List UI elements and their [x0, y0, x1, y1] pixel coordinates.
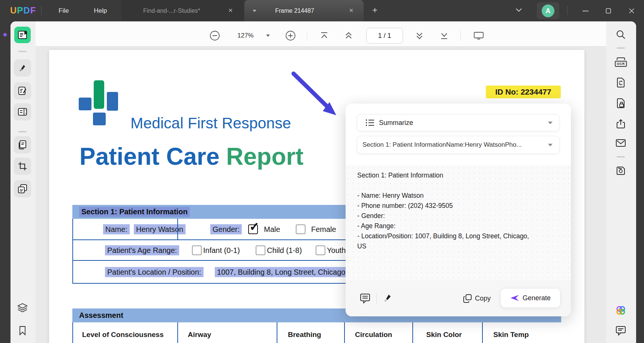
- first-page-button[interactable]: [320, 32, 329, 40]
- double-chevron-up-icon: [344, 31, 353, 40]
- sidebar-item-organize-pages[interactable]: [14, 136, 31, 153]
- tab-frame-214487[interactable]: Frame 214487 ✕: [244, 0, 364, 21]
- ai-flower-icon: [615, 305, 626, 316]
- sidebar-item-watermark[interactable]: [14, 180, 31, 197]
- edit-note-icon: [18, 86, 27, 96]
- checkbox-label-child: Child (1-8): [267, 246, 302, 254]
- tab-dropdown-caret-icon[interactable]: [253, 10, 256, 12]
- column-header: Skin Temp: [493, 331, 529, 339]
- medical-logo-blue-right: [107, 92, 118, 111]
- section1-header: Section 1: Patient Information: [79, 207, 190, 217]
- column-header: Skin Color: [426, 331, 462, 339]
- logo-letter: D: [23, 5, 30, 16]
- sidebar-divider: [18, 51, 27, 52]
- checkbox-youth[interactable]: [316, 245, 325, 255]
- zoom-level-value[interactable]: 127%: [237, 32, 253, 39]
- assessment-header: Assessment: [79, 311, 123, 320]
- sidebar-item-bookmark[interactable]: [18, 326, 27, 335]
- cell-divider: [482, 322, 483, 343]
- convert-button[interactable]: [616, 77, 626, 88]
- protect-button[interactable]: [616, 98, 626, 108]
- checkbox-female[interactable]: [296, 224, 306, 234]
- ocr-button[interactable]: OCR: [615, 57, 627, 67]
- share-button[interactable]: [616, 119, 626, 129]
- pages-icon: [18, 140, 27, 150]
- sidebar-item-layers[interactable]: [17, 303, 28, 313]
- highlighter-icon: [18, 63, 27, 73]
- highlighter-icon: [382, 293, 393, 304]
- zoom-out-button[interactable]: [210, 30, 220, 41]
- collapse-toolbar-chevron-icon[interactable]: [515, 8, 522, 12]
- checkbox-label-infant: Infant (0-1): [203, 246, 240, 254]
- summary-line: - Location/Position: 1007, Building 8, L…: [357, 231, 562, 241]
- cell-divider: [177, 219, 178, 239]
- tab-close-icon[interactable]: ✕: [226, 6, 235, 15]
- ai-source-select[interactable]: Section 1: Patient InformationName:Henry…: [357, 136, 560, 154]
- title-green-part: Report: [226, 143, 303, 170]
- sidebar-item-comment[interactable]: [14, 59, 31, 77]
- ai-summary-content: Section 1: Patient Information - Name: H…: [346, 165, 571, 280]
- feedback-button[interactable]: [616, 326, 626, 335]
- name-label: Name:: [103, 224, 130, 234]
- presentation-mode-button[interactable]: [473, 31, 484, 40]
- gender-label: Gender:: [210, 224, 242, 234]
- zoom-in-button[interactable]: [285, 30, 296, 41]
- share-icon: [616, 119, 626, 129]
- bookmark-icon: [18, 326, 27, 335]
- logo-letter: P: [17, 5, 23, 16]
- ai-assistant-button[interactable]: [615, 305, 626, 316]
- generate-button[interactable]: Generate: [500, 288, 560, 308]
- column-header: Breathing: [288, 331, 321, 339]
- presentation-icon: [473, 31, 484, 40]
- ai-popup-footer: Copy Generate: [346, 280, 571, 316]
- menu-file[interactable]: File: [52, 0, 75, 21]
- account-button[interactable]: A: [537, 2, 559, 19]
- add-comment-button[interactable]: [360, 293, 370, 304]
- tab-close-icon[interactable]: ✕: [347, 6, 355, 15]
- maximize-button[interactable]: [602, 5, 615, 17]
- zoom-in-icon: [285, 30, 296, 41]
- medical-logo-blue-bottom: [93, 113, 106, 125]
- sidebar-item-form[interactable]: [14, 103, 31, 120]
- zoom-dropdown-caret-icon[interactable]: [266, 35, 270, 37]
- page-indicator-input[interactable]: 1 / 1: [366, 28, 403, 44]
- sidebar-item-reader-active[interactable]: [14, 27, 31, 43]
- double-chevron-down-icon: [415, 31, 424, 40]
- notification-dot: [3, 33, 7, 36]
- sidebar-item-edit[interactable]: [14, 82, 31, 99]
- logo-letter: F: [30, 5, 36, 16]
- chevron-down-icon: [548, 144, 553, 146]
- checkbox-male[interactable]: ✓: [248, 224, 258, 234]
- mail-button[interactable]: [616, 139, 626, 147]
- toolbar-divider: [307, 31, 307, 41]
- age-range-label: Patient's Age Range:: [105, 245, 179, 255]
- tab-find-and-studies[interactable]: Find-and-...r-Studies* ✕: [121, 0, 244, 21]
- cell-divider: [277, 322, 277, 343]
- checkbox-infant[interactable]: [192, 245, 202, 255]
- previous-page-button[interactable]: [344, 31, 353, 40]
- generate-label: Generate: [523, 294, 551, 302]
- next-page-button[interactable]: [415, 31, 424, 40]
- minimize-button[interactable]: [579, 5, 592, 17]
- summary-line: - Phone number: (202) 432-9505: [357, 201, 562, 211]
- highlight-button[interactable]: [382, 293, 393, 304]
- titlebar-divider: [41, 6, 42, 15]
- close-window-button[interactable]: [625, 5, 638, 17]
- titlebar-divider: [567, 6, 568, 15]
- last-page-button[interactable]: [440, 32, 449, 40]
- sidebar-item-crop[interactable]: [14, 158, 31, 175]
- ai-mode-select[interactable]: Summarize: [357, 114, 560, 131]
- column-header: Level of Consciousness: [82, 331, 164, 339]
- copy-button[interactable]: Copy: [463, 294, 491, 303]
- sidebar-divider: [617, 156, 625, 158]
- checkbox-child[interactable]: [256, 245, 265, 255]
- search-button[interactable]: [616, 30, 626, 39]
- new-tab-button[interactable]: +: [370, 5, 380, 16]
- cell-divider: [412, 322, 413, 343]
- save-button[interactable]: [616, 166, 626, 176]
- send-icon: [510, 294, 519, 302]
- annotation-arrow: [289, 71, 345, 121]
- menu-help[interactable]: Help: [89, 0, 112, 21]
- sidebar-divider: [617, 48, 625, 49]
- comment-bubble-icon: [616, 326, 626, 335]
